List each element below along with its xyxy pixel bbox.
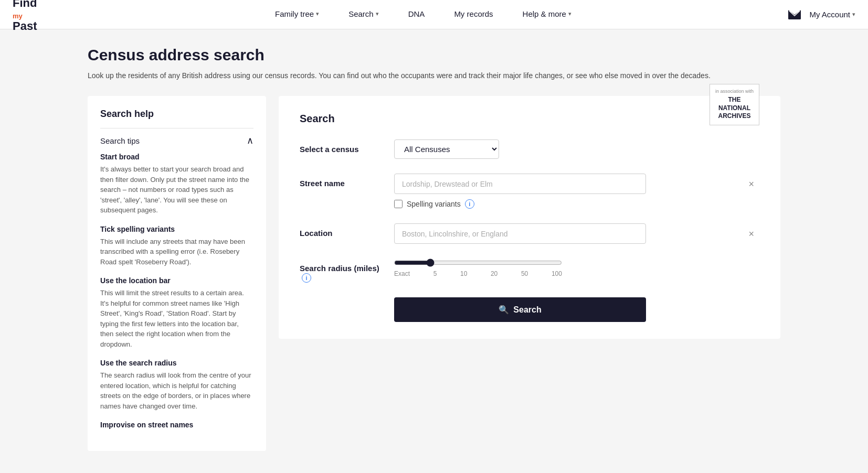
search-button[interactable]: 🔍 Search xyxy=(394,297,646,322)
tip-heading: Use the location bar xyxy=(100,276,253,285)
location-input-wrapper: × xyxy=(394,223,759,244)
radius-slider-container: Exact5102050100 xyxy=(394,259,562,277)
search-form-panel: Search Select a census All Censuses18411… xyxy=(279,96,780,339)
search-chevron-icon: ▾ xyxy=(376,10,379,17)
tip-heading: Start broad xyxy=(100,153,253,161)
radius-row: Search radius (miles) i Exact5102050100 xyxy=(300,259,759,283)
tip-text: It's always better to start your search … xyxy=(100,164,253,216)
search-button-row: 🔍 Search xyxy=(300,297,759,322)
nav-dna[interactable]: DNA xyxy=(394,0,440,29)
page-header: Census address search Look up the reside… xyxy=(88,46,780,81)
logo-my: my xyxy=(13,12,23,20)
radius-info-icon[interactable]: i xyxy=(302,273,311,283)
street-name-label: Street name xyxy=(300,174,384,188)
site-logo[interactable]: Find my Past xyxy=(13,0,37,32)
census-select[interactable]: All Censuses1841185118611871188118911901… xyxy=(394,139,499,159)
tip-section: Start broadIt's always better to start y… xyxy=(100,153,253,216)
location-controls: × xyxy=(394,223,759,244)
nav-links: Family tree ▾ Search ▾ DNA My records He… xyxy=(58,0,788,29)
logo-past: Past xyxy=(13,20,37,32)
nav-family-tree[interactable]: Family tree ▾ xyxy=(260,0,334,29)
mail-icon[interactable] xyxy=(788,10,801,19)
tip-heading: Improvise on street names xyxy=(100,421,253,429)
help-chevron-icon: ▾ xyxy=(568,10,571,17)
search-help-panel: Search help Search tips ∧ Start broadIt'… xyxy=(88,96,266,451)
street-name-controls: × Spelling variants i xyxy=(394,174,759,209)
tip-heading: Use the search radius xyxy=(100,359,253,367)
tip-heading: Tick spelling variants xyxy=(100,225,253,233)
page-subtitle: Look up the residents of any British add… xyxy=(88,70,780,81)
tip-section: Use the search radiusThe search radius w… xyxy=(100,359,253,411)
tip-section: Improvise on street names xyxy=(100,421,253,429)
search-tips-toggle[interactable]: Search tips ∧ xyxy=(100,128,253,153)
street-name-row: Street name × Spelling variants i xyxy=(300,174,759,209)
tip-text: The search radius will look from the cen… xyxy=(100,370,253,411)
location-label: Location xyxy=(300,223,384,238)
spelling-variants-checkbox[interactable] xyxy=(394,200,403,208)
radius-controls: Exact5102050100 xyxy=(394,259,759,277)
nav-search[interactable]: Search ▾ xyxy=(334,0,394,29)
nav-my-records[interactable]: My records xyxy=(439,0,507,29)
logo-find: Find xyxy=(13,0,37,9)
tip-section: Tick spelling variantsThis will include … xyxy=(100,225,253,267)
slider-labels: Exact5102050100 xyxy=(394,270,562,277)
street-name-input[interactable] xyxy=(394,174,646,194)
tip-text: This will limit the street results to a … xyxy=(100,288,253,349)
nav-help-more[interactable]: Help & more ▾ xyxy=(508,0,586,29)
spelling-variants-row: Spelling variants i xyxy=(394,199,759,209)
search-tips-label: Search tips xyxy=(100,136,140,145)
nav-right: My Account ▾ xyxy=(788,10,855,19)
tip-section: Use the location barThis will limit the … xyxy=(100,276,253,349)
association-label: in association with xyxy=(715,89,754,94)
census-label: Select a census xyxy=(300,139,384,154)
association-logo: in association with THE NATIONAL ARCHIVE… xyxy=(710,84,759,125)
census-controls: All Censuses1841185118611871188118911901… xyxy=(394,139,759,159)
search-button-label: Search xyxy=(513,305,541,315)
form-section-title: Search xyxy=(300,113,759,125)
search-button-icon: 🔍 xyxy=(499,305,509,315)
tna-logo: THE NATIONAL ARCHIVES xyxy=(715,96,754,121)
main-layout: Search help Search tips ∧ Start broadIt'… xyxy=(88,96,780,451)
census-dropdown[interactable]: All Censuses1841185118611871188118911901… xyxy=(394,139,499,159)
location-input[interactable] xyxy=(394,223,646,244)
radius-label: Search radius (miles) i xyxy=(300,259,384,283)
street-name-input-wrapper: × xyxy=(394,174,759,194)
street-name-clear-button[interactable]: × xyxy=(748,179,754,189)
location-row: Location × xyxy=(300,223,759,244)
radius-slider[interactable] xyxy=(394,259,562,267)
account-chevron-icon: ▾ xyxy=(852,11,855,18)
search-help-title: Search help xyxy=(100,109,253,120)
page-title: Census address search xyxy=(88,46,780,64)
my-account-button[interactable]: My Account ▾ xyxy=(809,10,855,19)
svg-rect-0 xyxy=(788,10,801,19)
location-clear-button[interactable]: × xyxy=(748,229,754,239)
family-tree-chevron-icon: ▾ xyxy=(316,10,319,17)
census-row: Select a census All Censuses184118511861… xyxy=(300,139,759,159)
tips-container: Start broadIt's always better to start y… xyxy=(100,153,253,429)
spelling-variants-info-icon[interactable]: i xyxy=(465,199,474,209)
main-nav: Find my Past Family tree ▾ Search ▾ DNA … xyxy=(0,0,868,29)
tips-chevron-up-icon: ∧ xyxy=(247,135,253,146)
spelling-variants-label: Spelling variants xyxy=(407,200,461,208)
tip-text: This will include any streets that may h… xyxy=(100,236,253,267)
